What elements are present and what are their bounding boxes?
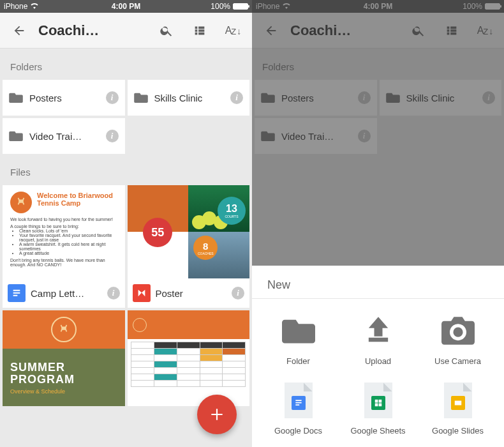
info-icon[interactable]: i — [232, 287, 244, 299]
folders-section-label: Folders — [0, 49, 252, 80]
file-thumbnail: SUMMERPROGRAM Overview & Schedule — [3, 310, 125, 406]
screen-drive-new-sheet: iPhone 4:00 PM 100% Coachi… AZ↓ Folders … — [252, 0, 504, 447]
file-name: Camp Lett… — [31, 288, 102, 299]
file-item[interactable]: Welcome to Briarwood Tennis Camp We look… — [3, 185, 125, 308]
sheet-item-label: Folder — [286, 356, 310, 366]
folder-name: Posters — [29, 93, 100, 103]
upload-button[interactable]: Upload — [338, 313, 418, 366]
folder-icon — [281, 313, 316, 349]
bubble-sub: COURTS — [225, 215, 238, 218]
new-google-sheets-button[interactable]: Google Sheets — [338, 383, 418, 436]
carrier-label: iPhone — [4, 2, 27, 11]
plus-icon — [209, 406, 225, 423]
new-folder-button[interactable]: Folder — [258, 313, 338, 366]
sheet-item-label: Google Slides — [432, 426, 484, 436]
divider — [252, 298, 504, 299]
new-bottom-sheet: New Folder Upload Use Camera Google Docs… — [252, 266, 504, 447]
folder-grid: Posters i Skills Clinic i Video Trai… i — [0, 80, 252, 154]
folder-icon — [134, 92, 148, 103]
sheet-title: New — [252, 276, 504, 298]
schedule-preview — [131, 342, 246, 387]
new-google-slides-button[interactable]: Google Slides — [418, 383, 498, 436]
info-icon[interactable]: i — [230, 91, 243, 104]
bubble-number: 55 — [151, 226, 164, 239]
sheet-item-label: Upload — [365, 356, 391, 366]
battery-pct: 100% — [211, 2, 230, 11]
info-icon[interactable]: i — [106, 130, 119, 142]
bubble-sub: COACHES — [198, 252, 214, 255]
briarwood-badge-icon — [133, 318, 147, 332]
folder-item[interactable]: Video Trai… i — [3, 118, 125, 154]
google-slides-icon — [133, 284, 151, 302]
files-section-label: Files — [0, 154, 252, 185]
google-docs-icon — [8, 284, 26, 302]
folder-name: Skills Clinic — [154, 93, 225, 103]
file-item[interactable] — [128, 310, 250, 406]
bubble-number: 8 — [203, 241, 208, 252]
folder-icon — [9, 92, 23, 103]
google-docs-icon — [285, 383, 313, 418]
folder-item[interactable]: Skills Clinic i — [128, 80, 250, 116]
clock: 4:00 PM — [112, 2, 140, 11]
folder-name: Video Trai… — [29, 131, 100, 142]
battery-icon — [233, 3, 248, 10]
google-slides-icon — [444, 383, 472, 418]
sheet-item-label: Google Docs — [274, 426, 322, 436]
upload-icon — [360, 313, 396, 349]
view-list-button[interactable] — [186, 17, 214, 45]
sheet-item-label: Google Sheets — [350, 426, 405, 436]
briarwood-badge-icon — [51, 317, 77, 342]
back-button[interactable] — [5, 17, 33, 45]
info-icon[interactable]: i — [106, 91, 119, 104]
file-item[interactable]: SUMMERPROGRAM Overview & Schedule — [3, 310, 125, 406]
file-thumbnail: Welcome to Briarwood Tennis Camp We look… — [3, 185, 125, 278]
camera-icon — [440, 313, 476, 349]
info-icon[interactable]: i — [107, 287, 120, 299]
thumb-line: SUMMER — [10, 361, 65, 374]
sheet-item-label: Use Camera — [434, 356, 481, 366]
google-sheets-icon — [364, 383, 392, 418]
use-camera-button[interactable]: Use Camera — [418, 313, 498, 366]
thumb-line: PROGRAM — [10, 373, 75, 386]
file-grid: Welcome to Briarwood Tennis Camp We look… — [0, 185, 252, 406]
file-name: Poster — [156, 288, 227, 299]
bubble-number: 13 — [226, 203, 237, 215]
folder-item[interactable]: Posters i — [3, 80, 125, 116]
screen-drive-list: iPhone 4:00 PM 100% Coachi… AZ↓ Folders — [0, 0, 252, 447]
wifi-icon — [30, 2, 39, 11]
briarwood-badge-icon — [10, 192, 32, 213]
thumb-sub: Overview & Schedule — [10, 388, 75, 395]
file-thumbnail: 13COURTS 55 8COACHES — [128, 185, 250, 278]
search-button[interactable] — [152, 17, 181, 45]
status-bar: iPhone 4:00 PM 100% — [0, 0, 252, 13]
new-fab[interactable] — [197, 395, 237, 434]
new-google-docs-button[interactable]: Google Docs — [258, 383, 338, 436]
file-thumbnail — [128, 310, 250, 406]
sort-button[interactable]: AZ↓ — [219, 17, 247, 45]
folder-icon — [9, 130, 23, 142]
page-title: Coachi… — [38, 22, 99, 39]
file-item[interactable]: 13COURTS 55 8COACHES Poster i — [128, 185, 250, 308]
app-bar: Coachi… AZ↓ — [0, 13, 252, 49]
